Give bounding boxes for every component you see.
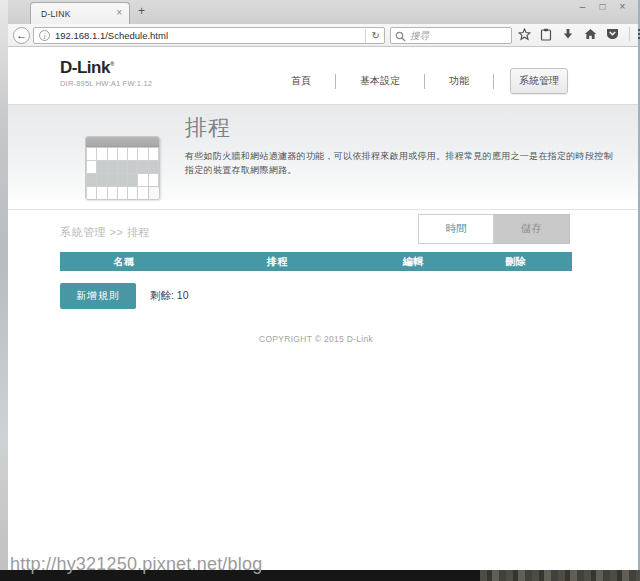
rules-table-header: 名稱 排程 編輯 刪除 (60, 252, 572, 271)
search-box[interactable] (390, 27, 512, 44)
bookmark-star-icon[interactable] (517, 27, 531, 41)
nav-item-features[interactable]: 功能 (441, 69, 477, 93)
reload-icon[interactable]: ↻ (365, 29, 380, 43)
save-button[interactable]: 儲存 (494, 214, 570, 244)
page-description: 有些如防火牆和網站過濾器的功能，可以依排程來啟用或停用。排程常見的應用之一是在指… (185, 149, 613, 177)
tab-close-icon[interactable]: × (116, 7, 122, 19)
home-icon[interactable] (583, 27, 597, 41)
desktop-edge (0, 0, 8, 581)
desktop-texture (480, 570, 640, 581)
nav-separator (493, 74, 494, 89)
page-title: 排程 (185, 113, 231, 143)
time-tab-button[interactable]: 時間 (418, 214, 494, 244)
remaining-count-label: 剩餘: 10 (150, 289, 189, 303)
downloads-icon[interactable] (561, 27, 575, 41)
window-controls: – □ × (577, 1, 628, 12)
close-button[interactable]: × (617, 1, 628, 12)
maximize-button[interactable]: □ (597, 1, 608, 12)
description-line-2: 指定的裝置存取網際網路。 (185, 163, 613, 177)
logo-text: D-Link (60, 58, 110, 77)
column-header-delete: 刪除 (459, 255, 572, 269)
pocket-icon[interactable] (605, 27, 619, 41)
navigation-toolbar: ← i ↻ (8, 24, 638, 47)
add-rule-button[interactable]: 新增規則 (60, 283, 136, 309)
url-input[interactable] (55, 28, 355, 43)
url-bar[interactable]: i ↻ (33, 27, 385, 44)
page-content: D-Link® DIR-895L HW:A1 FW:1.12 首頁 基本設定 功… (8, 47, 638, 570)
tab-title: D-LINK (41, 9, 71, 19)
nav-separator (424, 74, 425, 89)
breadcrumb-row: 系統管理 >> 排程 時間 儲存 (8, 209, 638, 252)
column-header-name: 名稱 (60, 255, 188, 269)
site-header: D-Link® DIR-895L HW:A1 FW:1.12 首頁 基本設定 功… (8, 47, 638, 104)
breadcrumb: 系統管理 >> 排程 (60, 225, 150, 240)
site-info-icon[interactable]: i (39, 30, 50, 41)
add-rule-row: 新增規則 剩餘: 10 (60, 283, 189, 309)
browser-window: D-LINK × + – □ × ← i ↻ (8, 0, 640, 570)
search-input[interactable] (410, 28, 506, 43)
schedule-calendar-icon (85, 136, 160, 200)
copyright-text: COPYRIGHT © 2015 D-Link (60, 334, 572, 344)
column-header-schedule: 排程 (188, 255, 367, 269)
nav-item-management[interactable]: 系統管理 (510, 68, 568, 94)
nav-item-home[interactable]: 首頁 (283, 69, 319, 93)
nav-separator (335, 74, 336, 89)
registered-mark: ® (110, 61, 114, 67)
dlink-logo: D-Link® DIR-895L HW:A1 FW:1.12 (60, 58, 152, 88)
minimize-button[interactable]: – (577, 1, 588, 12)
watermark-url: http://hy321250.pixnet.net/blog (10, 554, 262, 575)
clipboard-icon[interactable] (539, 27, 553, 41)
nav-item-basic-settings[interactable]: 基本設定 (352, 69, 408, 93)
tab-dlink[interactable]: D-LINK × (30, 2, 130, 24)
menu-icon[interactable] (629, 27, 640, 41)
search-icon (395, 31, 406, 42)
toolbar-icons (517, 27, 640, 41)
new-tab-button[interactable]: + (138, 4, 145, 18)
column-header-edit: 編輯 (367, 255, 459, 269)
mode-tabs: 時間 儲存 (418, 214, 570, 244)
tab-bar: D-LINK × + – □ × (8, 0, 638, 24)
site-nav: 首頁 基本設定 功能 系統管理 (283, 68, 568, 94)
device-model-label: DIR-895L HW:A1 FW:1.12 (60, 79, 152, 88)
back-button[interactable]: ← (13, 27, 30, 44)
description-line-1: 有些如防火牆和網站過濾器的功能，可以依排程來啟用或停用。排程常見的應用之一是在指… (185, 149, 613, 163)
page-banner: 排程 有些如防火牆和網站過濾器的功能，可以依排程來啟用或停用。排程常見的應用之一… (8, 104, 638, 200)
